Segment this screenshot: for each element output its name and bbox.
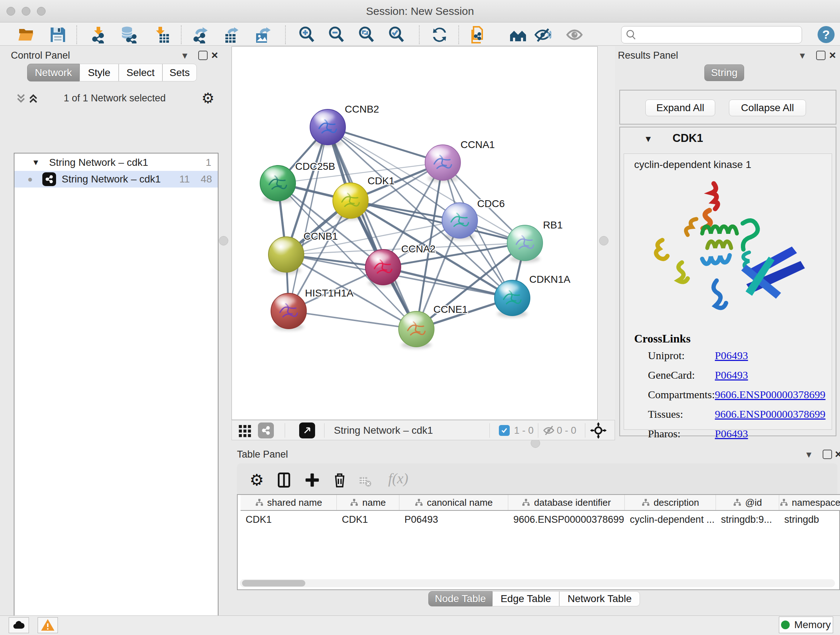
import-network-icon[interactable] [90, 26, 107, 43]
results-panel-float-icon[interactable] [816, 51, 826, 60]
table-panel-collapse-icon[interactable]: ▼ [805, 450, 813, 460]
tab-network-table[interactable]: Network Table [559, 591, 640, 606]
control-panel-close-icon[interactable]: × [211, 49, 218, 62]
network-graph[interactable]: CCNB2CCNA1CDC25BCDK1CDC6RB1CCNB1CCNA2CDK… [232, 47, 597, 420]
collapse-all-button[interactable]: Collapse All [729, 100, 806, 116]
cloud-icon [12, 618, 26, 632]
table-panel-close-icon[interactable]: × [835, 448, 840, 461]
separator [285, 423, 285, 438]
splitter-handle[interactable] [219, 236, 228, 245]
protein-node-ccnb1[interactable] [268, 237, 304, 274]
expand-all-button[interactable]: Expand All [645, 100, 715, 116]
first-neighbors-icon[interactable] [509, 26, 527, 43]
table-panel-float-icon[interactable] [823, 450, 832, 459]
column-header[interactable]: shared name [240, 495, 337, 510]
tab-select[interactable]: Select [118, 64, 163, 81]
tab-style[interactable]: Style [80, 64, 118, 81]
protein-node-cdk1[interactable] [333, 183, 368, 220]
protein-node-ccna2[interactable] [365, 249, 401, 287]
save-session-icon[interactable] [49, 26, 66, 43]
network-edge[interactable] [289, 311, 416, 329]
scrollbar-thumb[interactable] [242, 580, 305, 586]
results-panel-collapse-icon[interactable]: ▼ [798, 51, 807, 61]
refresh-view-icon[interactable] [431, 26, 448, 43]
protein-node-hist1h1a[interactable] [271, 293, 306, 331]
tab-node-table[interactable]: Node Table [428, 591, 493, 606]
column-header[interactable]: namespace [779, 495, 840, 510]
crosslink-link[interactable]: P06493 [715, 428, 748, 440]
column-header[interactable]: description [625, 495, 716, 510]
network-edge[interactable] [328, 127, 416, 329]
add-column-icon[interactable] [304, 472, 320, 488]
import-table-icon[interactable] [153, 26, 171, 43]
export-network-icon[interactable] [192, 26, 209, 43]
show-columns-icon[interactable] [276, 472, 292, 488]
node-label: CDKN1A [529, 274, 570, 285]
expand-all-networks-icon[interactable] [14, 92, 27, 105]
control-panel-collapse-icon[interactable]: ▼ [180, 51, 189, 61]
selected-checkbox-icon[interactable] [499, 425, 510, 436]
birdseye-view-icon[interactable] [299, 423, 315, 439]
zoom-fit-icon[interactable] [358, 26, 375, 43]
open-session-icon[interactable] [18, 26, 35, 43]
protein-name: CDK1 [673, 132, 703, 145]
memory-button[interactable]: Memory [779, 616, 833, 633]
export-table-icon[interactable] [223, 26, 240, 43]
control-panel-float-icon[interactable] [198, 51, 208, 60]
cloud-status-button[interactable] [9, 617, 29, 633]
protein-node-ccna1[interactable] [425, 145, 461, 182]
table-gear-icon[interactable]: ⚙ [249, 470, 264, 489]
protein-node-rb1[interactable] [507, 225, 543, 263]
column-header[interactable]: @id [716, 495, 779, 510]
network-view-icon[interactable] [258, 423, 274, 439]
node-label: RB1 [543, 219, 562, 231]
grid-view-icon[interactable] [238, 423, 252, 438]
results-panel-title: Results Panel [618, 50, 678, 61]
protein-node-ccnb2[interactable] [310, 109, 346, 147]
column-header[interactable]: database identifier [508, 495, 625, 510]
network-selection-status: 1 of 1 Network selected [44, 93, 185, 104]
zoom-in-icon[interactable] [298, 26, 316, 43]
crosslink-link[interactable]: P06493 [715, 369, 748, 381]
export-image-icon[interactable] [254, 26, 271, 43]
collapse-all-networks-icon[interactable] [27, 92, 40, 105]
crosslink-link[interactable]: 9606.ENSP00000378699 [715, 408, 826, 420]
node-label: CCNB1 [303, 231, 338, 242]
zoom-selected-icon[interactable] [388, 26, 405, 43]
crosslink-link[interactable]: 9606.ENSP00000378699 [715, 388, 826, 401]
network-row-selected[interactable]: ● String Network – cdk1 11 48 [14, 171, 218, 187]
search-input[interactable] [638, 29, 793, 41]
hide-selected-icon[interactable] [534, 26, 551, 43]
tab-edge-table[interactable]: Edge Table [493, 591, 559, 606]
separator [538, 423, 538, 438]
network-canvas[interactable]: CCNB2CCNA1CDC25BCDK1CDC6RB1CCNB1CCNA2CDK… [232, 46, 598, 420]
import-network-from-database-icon[interactable] [120, 26, 137, 43]
copy-network-icon[interactable] [469, 26, 486, 43]
column-header[interactable]: name [337, 495, 399, 510]
node-label: CCNA2 [401, 243, 436, 255]
protein-node-cdc6[interactable] [442, 203, 477, 240]
table-row[interactable]: CDK1 CDK1 P06493 9606.ENSP00000378699 cy… [240, 511, 840, 527]
protein-node-cdkn1a[interactable] [494, 280, 530, 318]
network-collection-row[interactable]: ▼ String Network – cdk1 1 [14, 154, 218, 171]
results-panel-close-icon[interactable]: × [829, 49, 836, 62]
warnings-button[interactable] [38, 617, 58, 633]
show-all-icon[interactable] [566, 26, 583, 43]
pan-tool-icon[interactable] [590, 422, 607, 439]
tab-string[interactable]: String [704, 65, 744, 81]
protein-node-cdc25b[interactable] [260, 165, 295, 203]
network-edge[interactable] [383, 267, 512, 298]
splitter-handle[interactable] [599, 236, 608, 245]
protein-node-ccne1[interactable] [399, 311, 434, 348]
horizontal-scrollbar[interactable] [240, 579, 835, 587]
zoom-out-icon[interactable] [328, 26, 345, 43]
crosslink-link[interactable]: P06493 [715, 349, 748, 362]
network-options-gear-icon[interactable]: ⚙ [202, 90, 215, 106]
delete-column-icon[interactable] [332, 472, 347, 488]
protein-collapse-icon[interactable]: ▼ [644, 134, 653, 144]
collection-expand-icon[interactable]: ▼ [32, 158, 40, 167]
column-header[interactable]: canonical name [399, 495, 508, 510]
tab-network[interactable]: Network [27, 64, 80, 81]
tab-sets[interactable]: Sets [163, 64, 197, 81]
help-icon[interactable]: ? [818, 26, 835, 43]
